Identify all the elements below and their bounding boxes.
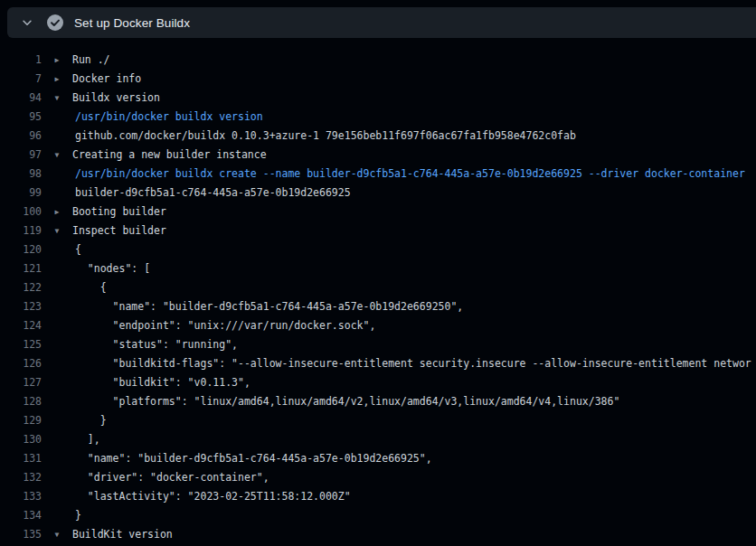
line-number[interactable]: 97 (0, 146, 42, 165)
log-line: 120{ (0, 240, 756, 259)
line-number[interactable]: 120 (0, 240, 42, 259)
log-line: 129 } (0, 411, 756, 430)
line-number[interactable]: 128 (0, 392, 42, 411)
group-title: BuildKit version (72, 525, 173, 544)
log-line: 99builder-d9cfb5a1-c764-445a-a57e-0b19d2… (0, 184, 756, 202)
group-title: Booting builder (72, 202, 166, 221)
triangle-right-icon[interactable]: ▶ (55, 202, 60, 221)
log-line[interactable]: 7▶Docker info (0, 70, 756, 89)
line-number[interactable]: 7 (0, 70, 42, 89)
log-line: 128 "platforms": "linux/amd64,linux/amd6… (0, 392, 756, 411)
line-number[interactable]: 123 (0, 297, 42, 316)
line-number[interactable]: 125 (0, 335, 42, 354)
line-number[interactable]: 129 (0, 411, 42, 430)
log-line[interactable]: 1▶Run ./ (0, 51, 756, 70)
group-title: Creating a new builder instance (72, 146, 267, 165)
output-text: } (75, 506, 81, 525)
output-text: ], (75, 430, 100, 449)
output-text: "driver": "docker-container", (75, 468, 269, 487)
line-number[interactable]: 127 (0, 373, 42, 392)
group-title: Run ./ (72, 51, 110, 70)
output-text: builder-d9cfb5a1-c764-445a-a57e-0b19d2e6… (75, 184, 351, 202)
line-number[interactable]: 1 (0, 51, 42, 70)
log-line: 133 "lastActivity": "2023-02-25T11:58:12… (0, 487, 756, 506)
log-line: 132 "driver": "docker-container", (0, 468, 756, 487)
log-line[interactable]: 100▶Booting builder (0, 202, 756, 221)
log-line: 95/usr/bin/docker buildx version (0, 108, 756, 127)
line-number[interactable]: 95 (0, 108, 42, 127)
log-line: 127 "buildkit": "v0.11.3", (0, 373, 756, 392)
output-text: { (75, 278, 107, 297)
step-header[interactable]: Set up Docker Buildx (7, 7, 756, 38)
triangle-down-icon[interactable]: ▼ (55, 146, 60, 165)
log-line: 124 "endpoint": "unix:///var/run/docker.… (0, 316, 756, 335)
log-line: 96github.com/docker/buildx 0.10.3+azure-… (0, 127, 756, 146)
output-text: "nodes": [ (75, 259, 150, 278)
log-line: 126 "buildkitd-flags": "--allow-insecure… (0, 354, 756, 373)
log-line: 130 ], (0, 430, 756, 449)
log-line: 123 "name": "builder-d9cfb5a1-c764-445a-… (0, 297, 756, 316)
line-number[interactable]: 100 (0, 202, 42, 221)
group-title: Inspect builder (72, 221, 166, 240)
group-title: Buildx version (72, 89, 160, 108)
log-line[interactable]: 94▼Buildx version (0, 89, 756, 108)
command-text: /usr/bin/docker buildx version (75, 108, 263, 127)
line-number[interactable]: 133 (0, 487, 42, 506)
output-text: "name": "builder-d9cfb5a1-c764-445a-a57e… (75, 297, 463, 316)
check-circle-icon (46, 14, 64, 32)
triangle-down-icon[interactable]: ▼ (55, 221, 60, 240)
group-title: Docker info (72, 70, 141, 89)
line-number[interactable]: 94 (0, 89, 42, 108)
log-line[interactable]: 97▼Creating a new builder instance (0, 146, 756, 165)
line-number[interactable]: 98 (0, 165, 42, 184)
line-number[interactable]: 134 (0, 506, 42, 525)
triangle-right-icon[interactable]: ▶ (55, 51, 60, 70)
output-text: "platforms": "linux/amd64,linux/amd64/v2… (75, 392, 619, 411)
line-number[interactable]: 121 (0, 259, 42, 278)
step-title: Set up Docker Buildx (74, 16, 190, 30)
log-line: 122 { (0, 278, 756, 297)
line-number[interactable]: 119 (0, 221, 42, 240)
output-text: } (75, 411, 107, 430)
log-line: 98/usr/bin/docker buildx create --name b… (0, 165, 756, 184)
line-number[interactable]: 99 (0, 184, 42, 202)
triangle-right-icon[interactable]: ▶ (55, 70, 60, 89)
line-number[interactable]: 131 (0, 449, 42, 468)
line-number[interactable]: 124 (0, 316, 42, 335)
output-text: "buildkitd-flags": "--allow-insecure-ent… (75, 354, 751, 373)
log-lines: 1▶Run ./7▶Docker info94▼Buildx version95… (0, 45, 756, 546)
output-text: "name": "builder-d9cfb5a1-c764-445a-a57e… (75, 449, 432, 468)
output-text: "status": "running", (75, 335, 238, 354)
output-text: "lastActivity": "2023-02-25T11:58:12.000… (75, 487, 351, 506)
line-number[interactable]: 96 (0, 127, 42, 146)
output-text: github.com/docker/buildx 0.10.3+azure-1 … (75, 127, 576, 146)
log-line[interactable]: 119▼Inspect builder (0, 221, 756, 240)
line-number[interactable]: 126 (0, 354, 42, 373)
line-number[interactable]: 122 (0, 278, 42, 297)
output-text: "endpoint": "unix:///var/run/docker.sock… (75, 316, 375, 335)
log-line: 121 "nodes": [ (0, 259, 756, 278)
log-line[interactable]: 135▼BuildKit version (0, 525, 756, 544)
line-number[interactable]: 130 (0, 430, 42, 449)
output-text: "buildkit": "v0.11.3", (75, 373, 250, 392)
output-text: { (75, 240, 81, 259)
line-number[interactable]: 135 (0, 525, 42, 544)
log-line: 125 "status": "running", (0, 335, 756, 354)
line-number[interactable]: 132 (0, 468, 42, 487)
command-text: /usr/bin/docker buildx create --name bui… (75, 165, 745, 184)
triangle-down-icon[interactable]: ▼ (55, 89, 60, 108)
chevron-down-icon[interactable] (20, 15, 34, 30)
log-line: 134} (0, 506, 756, 525)
triangle-down-icon[interactable]: ▼ (55, 525, 60, 544)
log-line: 131 "name": "builder-d9cfb5a1-c764-445a-… (0, 449, 756, 468)
